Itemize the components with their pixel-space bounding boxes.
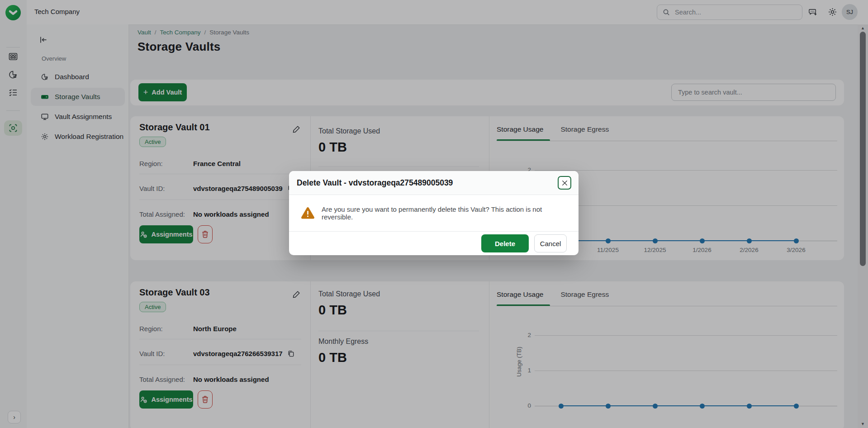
dialog-header: Delete Vault - vdvstorageqa275489005039 <box>289 171 579 195</box>
dialog-title: Delete Vault - vdvstorageqa275489005039 <box>297 178 453 188</box>
dialog-body: Are you sure you want to permanently del… <box>289 195 579 231</box>
warning-triangle-icon <box>301 207 315 220</box>
delete-confirm-button[interactable]: Delete <box>481 234 529 252</box>
cancel-button[interactable]: Cancel <box>534 234 567 252</box>
delete-vault-dialog: Delete Vault - vdvstorageqa275489005039 … <box>289 171 579 255</box>
confirmation-message: Are you sure you want to permanently del… <box>322 205 567 221</box>
app-window: › Tech Company SJ Overview Dashboard Sto… <box>0 0 868 428</box>
dialog-footer: Delete Cancel <box>289 231 579 255</box>
close-button[interactable] <box>558 176 571 190</box>
x-icon <box>562 180 568 186</box>
